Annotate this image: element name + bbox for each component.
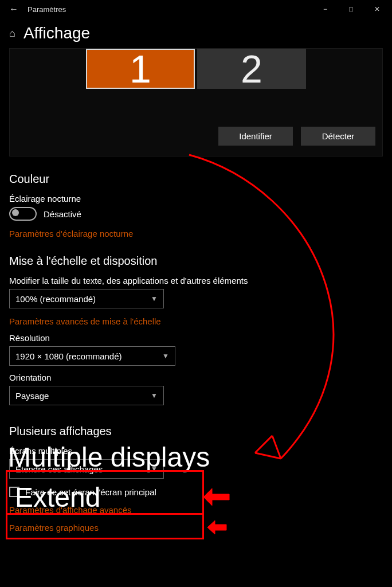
advanced-scaling-link[interactable]: Paramètres avancés de mise à l'échelle (9, 316, 392, 326)
scale-section: Mise à l'échelle et disposition (9, 255, 392, 268)
minimize-icon[interactable]: − (312, 0, 338, 18)
window-buttons: − □ ✕ (312, 0, 390, 18)
nightlight-toggle[interactable] (9, 207, 37, 221)
resolution-label: Résolution (9, 333, 392, 343)
advanced-display-link[interactable]: Paramètres d'affichage avancés (9, 505, 392, 515)
title-bar: ← Paramètres − □ ✕ (0, 0, 392, 18)
orientation-value: Paysage (15, 391, 49, 401)
text-size-value: 100% (recommandé) (15, 294, 96, 304)
display-2[interactable]: 2 (197, 49, 306, 89)
app-title: Paramètres (25, 5, 312, 14)
display-1[interactable]: 1 (86, 49, 195, 89)
back-icon[interactable]: ← (2, 4, 25, 14)
chevron-down-icon: ▼ (151, 392, 158, 400)
multidisplay-value: Étendre ces affichages (15, 464, 103, 474)
resolution-value: 1920 × 1080 (recommandé) (15, 351, 122, 361)
nightlight-settings-link[interactable]: Paramètres d'éclairage nocturne (9, 229, 392, 238)
nightlight-state: Désactivé (44, 209, 81, 219)
close-icon[interactable]: ✕ (364, 0, 390, 18)
chevron-down-icon: ▼ (151, 465, 158, 473)
maximize-icon[interactable]: □ (338, 0, 364, 18)
orientation-label: Orientation (9, 373, 392, 382)
multiple-displays-section: Plusieurs affichages (9, 425, 392, 438)
identify-button[interactable]: Identifier (218, 127, 293, 146)
make-primary-label: Faire de cet écran l'écran principal (25, 487, 156, 497)
make-primary-row[interactable]: Faire de cet écran l'écran principal (9, 487, 392, 497)
home-icon[interactable]: ⌂ (9, 28, 15, 40)
graphics-settings-link[interactable]: Paramètres graphiques (9, 523, 392, 533)
nightlight-label: Éclairage nocturne (9, 194, 392, 204)
color-section: Couleur (9, 173, 392, 186)
make-primary-checkbox[interactable] (9, 487, 19, 497)
chevron-down-icon: ▼ (151, 295, 158, 303)
page-heading: ⌂ Affichage (0, 18, 392, 48)
display-arrangement: 1 2 Identifier Détecter (9, 48, 383, 156)
text-size-combo[interactable]: 100% (recommandé) ▼ (9, 289, 164, 308)
orientation-combo[interactable]: Paysage ▼ (9, 386, 164, 405)
multidisplay-label: Écrans multiples (9, 446, 392, 456)
chevron-down-icon: ▼ (162, 352, 169, 360)
detect-button[interactable]: Détecter (301, 127, 375, 146)
multidisplay-combo[interactable]: Étendre ces affichages ▼ (9, 459, 164, 479)
page-title: Affichage (23, 24, 90, 42)
nightlight-toggle-row: Désactivé (9, 207, 392, 221)
text-size-label: Modifier la taille du texte, des applica… (9, 276, 392, 285)
resolution-combo[interactable]: 1920 × 1080 (recommandé) ▼ (9, 346, 175, 366)
